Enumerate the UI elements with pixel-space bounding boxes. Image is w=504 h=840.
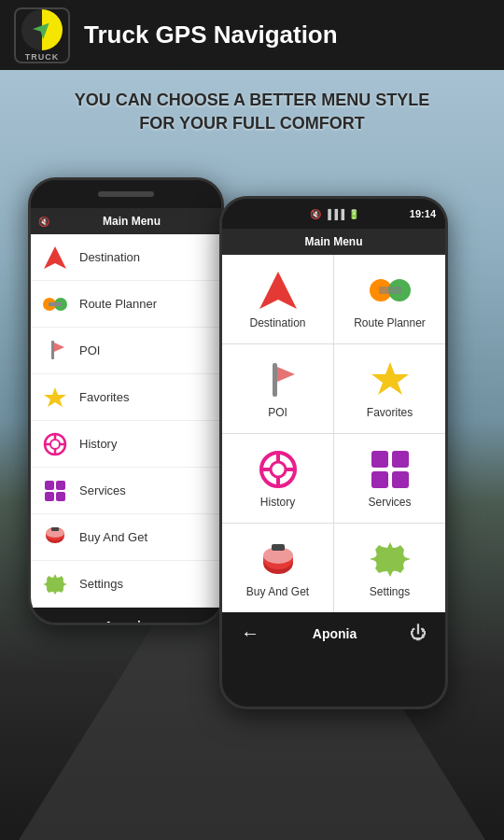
list-item[interactable]: Favorites [31,374,221,421]
favorites-icon [40,383,70,413]
list-item[interactable]: Destination [31,234,221,281]
list-item[interactable]: Services [31,468,221,514]
route-planner-icon [40,289,70,319]
svg-rect-33 [371,451,388,468]
phone-left-menu-list: Destination Route Planner [31,234,221,608]
app-header: ➤ TRUCK Truck GPS Navigation [0,0,504,70]
grid-destination-icon [256,269,301,311]
buy-icon [40,523,70,553]
tagline-line2: FOR YOUR FULL COMFORT [28,112,476,135]
phone-right-top-bar: 🔇 ▐▐▐ 🔋 19:14 [222,199,445,229]
list-item[interactable]: Buy And Get [31,514,221,561]
grid-history-icon [256,448,301,490]
list-item[interactable]: Settings [31,561,221,608]
app-logo: ➤ TRUCK [14,7,70,63]
grid-services-icon [368,448,413,490]
svg-rect-35 [371,471,388,488]
svg-rect-40 [272,544,285,551]
destination-icon [40,243,70,273]
grid-item[interactable]: Settings [334,524,445,612]
grid-favorites-icon [368,358,413,400]
mute-status-icon: 🔇 [310,209,321,219]
phone-right-menu-bar: Main Menu [222,229,445,255]
svg-marker-26 [371,362,409,395]
grid-destination-label: Destination [249,316,305,329]
svg-rect-36 [392,471,409,488]
phone-left-bottom-bar: ← Aponia [31,608,221,625]
app-title: Truck GPS Navigation [84,21,338,49]
grid-route-label: Route Planner [354,316,426,329]
svg-rect-14 [45,492,54,501]
grid-item[interactable]: Services [334,434,445,523]
svg-rect-25 [273,363,277,397]
phone-left-menu-bar: 🔇 Main Menu [31,208,221,234]
grid-item[interactable]: POI [222,344,333,433]
status-icons: 🔇 ▐▐▐ 🔋 [310,209,359,219]
phone-right-bottom-bar: ← Aponia ⏻ [222,612,445,654]
svg-marker-0 [44,246,66,269]
mute-icon: 🔇 [38,217,49,227]
grid-item[interactable]: Route Planner [334,255,445,343]
grid-history-label: History [260,496,295,509]
logo-circle: ➤ [21,9,63,50]
grid-poi-icon [256,358,301,400]
aponia-text-left: Aponia [104,619,147,625]
aponia-text-right: Aponia [313,626,357,641]
back-arrow-icon-right[interactable]: ← [241,623,259,644]
phone-right-menu-title: Main Menu [230,235,438,248]
grid-item[interactable]: Destination [222,255,333,343]
phone-left-top-bar [31,180,221,208]
grid-poi-label: POI [268,406,287,419]
grid-item[interactable]: Favorites [334,344,445,433]
svg-rect-15 [56,492,65,501]
svg-rect-12 [45,481,54,490]
speaker-dots [98,191,154,197]
svg-rect-3 [49,302,62,306]
grid-item[interactable]: History [222,434,333,523]
poi-label: POI [79,343,100,357]
grid-settings-icon [368,538,413,580]
svg-point-28 [271,462,286,477]
phone-left-menu-title: Main Menu [49,215,214,228]
svg-rect-19 [51,527,59,531]
tagline-line1: YOU CAN CHOOSE A BETTER MENU STYLE [28,89,476,112]
logo-arrow-icon: ➤ [27,15,56,44]
poi-icon [40,336,70,366]
settings-icon [40,569,70,599]
status-time: 19:14 [410,208,436,219]
favorites-label: Favorites [79,390,129,404]
grid-buy-label: Buy And Get [246,585,309,598]
list-item[interactable]: Route Planner [31,281,221,328]
grid-services-label: Services [368,496,411,509]
svg-rect-4 [51,341,54,359]
settings-label: Settings [79,577,123,591]
destination-label: Destination [79,250,140,264]
grid-buy-icon [256,538,301,580]
svg-rect-34 [392,451,409,468]
svg-rect-24 [379,287,401,294]
signal-icon: ▐▐▐ [325,209,344,219]
phone-list-view: 🔇 Main Menu Destination [28,177,224,625]
svg-rect-13 [56,481,65,490]
services-label: Services [79,483,126,497]
phone-grid-view: 🔇 ▐▐▐ 🔋 19:14 Main Menu Destination [219,196,448,709]
battery-icon: 🔋 [348,209,359,219]
logo-truck-text: TRUCK [25,52,60,62]
history-icon [40,429,70,459]
tagline: YOU CAN CHOOSE A BETTER MENU STYLE FOR Y… [0,70,504,149]
back-arrow-icon[interactable]: ← [45,616,63,626]
power-icon[interactable]: ⏻ [410,623,427,643]
services-icon [40,476,70,506]
svg-marker-21 [259,272,297,309]
list-item[interactable]: History [31,421,221,468]
grid-settings-label: Settings [370,585,410,598]
svg-marker-5 [44,387,66,407]
grid-favorites-label: Favorites [367,406,413,419]
buy-label: Buy And Get [79,530,147,544]
phone-right-menu-grid: Destination Route Planner [222,255,445,612]
grid-item[interactable]: Buy And Get [222,524,333,612]
svg-point-7 [50,440,60,449]
grid-route-icon [368,269,413,311]
list-item[interactable]: POI [31,328,221,374]
route-planner-label: Route Planner [79,297,157,311]
